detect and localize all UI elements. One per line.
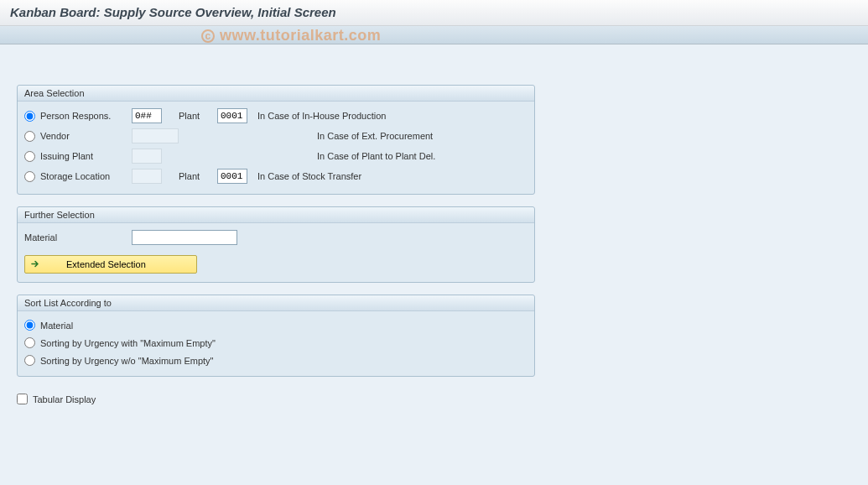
desc-4: In Case of Stock Transfer: [257, 171, 361, 181]
vendor-value[interactable]: [132, 128, 179, 143]
desc-1: In Case of In-House Production: [257, 111, 386, 121]
radio-issuing-plant-input[interactable]: [24, 151, 35, 162]
tabular-display-input[interactable]: [17, 394, 28, 404]
sort-opt-urgency-wo[interactable]: Sorting by Urgency w/o "Maximum Empty": [24, 352, 528, 369]
tabular-display-checkbox[interactable]: Tabular Display: [17, 394, 851, 404]
radio-issuing-plant[interactable]: Issuing Plant: [24, 151, 132, 162]
further-selection-group: Further Selection Material Extended Sele…: [17, 206, 535, 283]
further-selection-body: Material Extended Selection: [18, 223, 534, 282]
toolbar-strip: [0, 26, 868, 44]
sort-opt-urgency-with[interactable]: Sorting by Urgency with "Maximum Empty": [24, 334, 528, 352]
arrow-right-icon: [30, 258, 41, 271]
sort-radio-material[interactable]: [24, 320, 35, 331]
radio-issuing-plant-label: Issuing Plant: [40, 151, 93, 161]
material-row: Material: [24, 228, 528, 247]
sort-label-material: Material: [40, 321, 73, 331]
area-row-storage: Storage Location Plant In Case of Stock …: [24, 167, 528, 185]
plant-label-2: Plant: [179, 171, 211, 181]
content-area: Area Selection Person Respons. Plant In …: [0, 44, 868, 485]
plant-label-1: Plant: [179, 111, 211, 121]
sort-label-urgency-with: Sorting by Urgency with "Maximum Empty": [40, 338, 216, 348]
plant-value-2[interactable]: [217, 169, 247, 184]
person-respons-value[interactable]: [132, 108, 162, 123]
radio-person-respons-label: Person Respons.: [40, 111, 111, 121]
sort-header: Sort List According to: [18, 295, 534, 311]
extended-selection-button[interactable]: Extended Selection: [24, 255, 197, 274]
plant-value-1[interactable]: [217, 108, 247, 123]
sort-body: Material Sorting by Urgency with "Maximu…: [18, 311, 534, 376]
desc-3: In Case of Plant to Plant Del.: [317, 151, 435, 161]
further-selection-header: Further Selection: [18, 207, 534, 223]
sort-opt-material[interactable]: Material: [24, 316, 528, 334]
extended-selection-label: Extended Selection: [66, 259, 146, 269]
sort-label-urgency-wo: Sorting by Urgency w/o "Maximum Empty": [40, 356, 213, 366]
issuing-plant-value[interactable]: [132, 149, 162, 164]
area-row-person: Person Respons. Plant In Case of In-Hous…: [24, 107, 528, 125]
radio-person-respons[interactable]: Person Respons.: [24, 111, 132, 122]
area-selection-group: Area Selection Person Respons. Plant In …: [17, 85, 535, 195]
radio-vendor-label: Vendor: [40, 131, 70, 141]
sort-radio-urgency-wo[interactable]: [24, 355, 35, 366]
sort-radio-urgency-with[interactable]: [24, 337, 35, 348]
radio-vendor-input[interactable]: [24, 131, 35, 142]
radio-person-respons-input[interactable]: [24, 111, 35, 122]
page-title: Kanban Board: Supply Source Overview, In…: [10, 5, 858, 19]
area-row-issuing: Issuing Plant In Case of Plant to Plant …: [24, 147, 528, 165]
area-selection-body: Person Respons. Plant In Case of In-Hous…: [18, 102, 534, 194]
area-row-vendor: Vendor In Case of Ext. Procurement: [24, 127, 528, 145]
radio-vendor[interactable]: Vendor: [24, 131, 132, 142]
material-label: Material: [24, 232, 132, 242]
sort-group: Sort List According to Material Sorting …: [17, 295, 535, 377]
tabular-display-label: Tabular Display: [33, 394, 96, 404]
radio-storage-location[interactable]: Storage Location: [24, 171, 132, 182]
area-selection-header: Area Selection: [18, 86, 534, 102]
storage-location-value[interactable]: [132, 169, 162, 184]
desc-2: In Case of Ext. Procurement: [317, 131, 433, 141]
radio-storage-location-label: Storage Location: [40, 171, 110, 181]
radio-storage-location-input[interactable]: [24, 171, 35, 182]
title-bar: Kanban Board: Supply Source Overview, In…: [0, 0, 868, 26]
material-input[interactable]: [132, 230, 237, 245]
